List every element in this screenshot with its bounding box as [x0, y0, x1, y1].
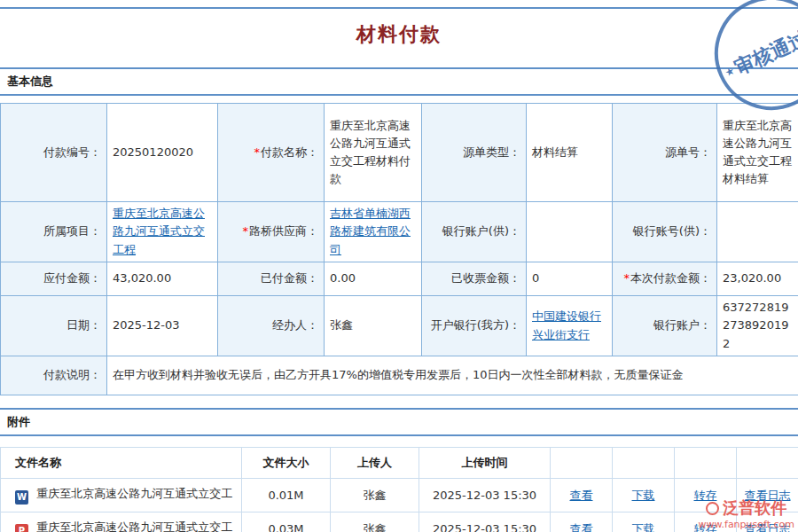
bank-account-label: 银行账户：	[613, 296, 717, 356]
our-bank-value: 中国建设银行兴业街支行	[527, 296, 613, 356]
row-date-bank: 日期： 2025-12-03 经办人： 张鑫 开户银行(我方)： 中国建设银行兴…	[1, 296, 798, 356]
payment-note-label: 付款说明：	[1, 356, 107, 395]
uploader: 张鑫	[331, 512, 419, 532]
word-file-icon: W	[15, 490, 28, 505]
bank-no-supplier-value	[717, 202, 798, 262]
file-size: 0.03M	[242, 512, 331, 532]
file-name-cell: W 重庆至北京高速公路九河互通式立交工	[1, 479, 242, 512]
handler-label: 经办人：	[218, 296, 325, 356]
section-attachments-title: 附件	[7, 415, 30, 428]
source-type-label: 源单类型：	[422, 104, 527, 202]
col-header-file-size: 文件大小	[242, 448, 331, 479]
pdf-file-icon: P	[15, 524, 28, 532]
col-header-action	[675, 448, 737, 479]
paid-amount-value: 0.00	[325, 262, 422, 296]
required-mark: *	[254, 145, 261, 159]
action-cell: 下载	[613, 512, 675, 532]
date-value: 2025-12-03	[107, 296, 218, 356]
project-value: 重庆至北京高速公路九河互通式立交工程	[107, 202, 218, 262]
date-label: 日期：	[1, 296, 107, 356]
source-no-label: 源单号：	[613, 104, 717, 202]
required-mark: *	[243, 224, 249, 238]
action-cell: 下载	[613, 479, 675, 512]
paid-amount-label: 已付金额：	[218, 262, 325, 296]
handler-value: 张鑫	[325, 296, 422, 356]
download-link[interactable]: 下载	[632, 522, 655, 532]
col-header-file-name: 文件名称	[1, 448, 242, 479]
attachment-row: P 重庆至北京高速公路九河互通式立交工 0.03M 张鑫 2025-12-03 …	[1, 512, 798, 532]
row-project-supplier: 所属项目： 重庆至北京高速公路九河互通式立交工程 *路桥供应商： 吉林省单楠湖西…	[1, 202, 798, 262]
row-payment-basic: 付款编号： 20250120020 *付款名称： 重庆至北京高速公路九河互通式立…	[1, 104, 798, 202]
bank-no-supplier-label: 银行账号(供)：	[613, 202, 717, 262]
col-header-action	[737, 448, 798, 479]
project-label: 所属项目：	[1, 202, 107, 262]
file-size: 0.01M	[242, 479, 331, 512]
invoiced-amount-label: 已收票金额：	[422, 262, 527, 296]
col-header-action	[551, 448, 613, 479]
page-title: 材料付款	[0, 9, 798, 60]
payment-name-value: 重庆至北京高速公路九河互通式立交工程材料付款	[325, 104, 422, 202]
bank-account-supplier-label: 银行账户(供)：	[422, 202, 527, 262]
file-name: 重庆至北京高速公路九河互通式立交工	[36, 520, 232, 532]
section-basic-info-title: 基本信息	[7, 74, 53, 88]
section-attachments: 附件	[0, 408, 798, 436]
source-type-value: 材料结算	[527, 104, 613, 202]
attachments-table: 文件名称 文件大小 上传人 上传时间 W 重庆至北京高速公路九河互通式立交工 0…	[0, 447, 798, 532]
upload-time: 2025-12-03 15:30	[419, 512, 551, 532]
bank-account-supplier-value	[527, 202, 613, 262]
basic-info-table: 付款编号： 20250120020 *付款名称： 重庆至北京高速公路九河互通式立…	[0, 103, 798, 395]
bank-account-value: 6372728192738920192	[717, 296, 798, 356]
row-amounts: 应付金额： 43,020.00 已付金额： 0.00 已收票金额： 0 *本次付…	[1, 262, 798, 296]
download-link[interactable]: 下载	[632, 489, 655, 502]
required-mark: *	[624, 271, 630, 285]
supplier-value: 吉林省单楠湖西路桥建筑有限公司	[325, 202, 422, 262]
action-cell: 查看	[551, 512, 613, 532]
payable-amount-label: 应付金额：	[1, 262, 107, 296]
uploader: 张鑫	[331, 479, 419, 512]
col-header-action	[613, 448, 675, 479]
supplier-label: *路桥供应商：	[218, 202, 325, 262]
payment-note-value: 在甲方收到材料并验收无误后，由乙方开具17%的增值税专用发票后，10日内一次性全…	[107, 356, 798, 395]
current-payment-value: 23,020.00	[717, 262, 798, 296]
fanpu-watermark: 泛普软件 www.fanpusoft.com	[699, 497, 794, 530]
project-link[interactable]: 重庆至北京高速公路九河互通式立交工程	[113, 207, 205, 255]
payment-no-label: 付款编号：	[1, 104, 107, 202]
section-basic-info: 基本信息	[0, 67, 798, 96]
supplier-link[interactable]: 吉林省单楠湖西路桥建筑有限公司	[330, 207, 411, 255]
invoiced-amount-value: 0	[527, 262, 613, 296]
watermark-brand: 泛普软件	[723, 497, 786, 519]
source-no-value: 重庆至北京高速公路九河互通式立交工程材料结算	[717, 104, 798, 202]
file-name: 重庆至北京高速公路九河互通式立交工	[36, 487, 232, 500]
payable-amount-value: 43,020.00	[107, 262, 218, 296]
our-bank-label: 开户银行(我方)：	[422, 296, 527, 356]
view-link[interactable]: 查看	[570, 522, 593, 532]
row-payment-note: 付款说明： 在甲方收到材料并验收无误后，由乙方开具17%的增值税专用发票后，10…	[1, 356, 798, 395]
stamp-text: 审核通过	[731, 25, 798, 81]
fanpu-logo-icon	[706, 502, 719, 515]
view-link[interactable]: 查看	[570, 489, 593, 502]
watermark-url: www.fanpusoft.com	[699, 519, 794, 530]
payment-no-value: 20250120020	[107, 104, 218, 202]
upload-time: 2025-12-03 15:30	[419, 479, 551, 512]
action-cell: 查看	[551, 479, 613, 512]
our-bank-link[interactable]: 中国建设银行兴业街支行	[532, 309, 601, 340]
current-payment-label: *本次付款金额：	[613, 262, 717, 296]
attachments-header-row: 文件名称 文件大小 上传人 上传时间	[1, 448, 798, 479]
attachment-row: W 重庆至北京高速公路九河互通式立交工 0.01M 张鑫 2025-12-03 …	[1, 479, 798, 512]
file-name-cell: P 重庆至北京高速公路九河互通式立交工	[1, 512, 242, 532]
col-header-upload-time: 上传时间	[419, 448, 551, 479]
col-header-uploader: 上传人	[331, 448, 419, 479]
payment-name-label: *付款名称：	[218, 104, 325, 202]
